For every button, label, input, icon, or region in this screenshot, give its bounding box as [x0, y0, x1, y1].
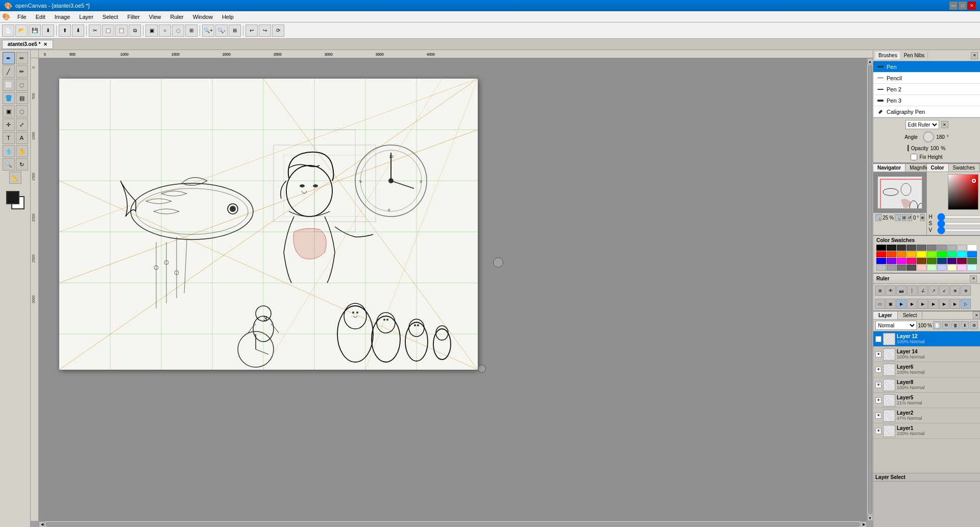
redo2-button[interactable]: ⟳ — [272, 25, 284, 37]
color-swatch-9[interactable] — [967, 245, 977, 251]
color-swatch-36[interactable] — [937, 265, 947, 271]
ruler-btn-r8[interactable]: ▶ — [950, 299, 960, 309]
layer-vis-4[interactable]: 👁 — [875, 397, 881, 403]
eraser-tool[interactable]: ⬜ — [3, 79, 15, 91]
export-button[interactable]: ⬇ — [72, 25, 84, 37]
hand-tool[interactable]: ✋ — [16, 145, 28, 157]
color-swatch-7[interactable] — [947, 245, 957, 251]
undo-button[interactable]: ↩ — [246, 25, 258, 37]
clone-button[interactable]: ⧉ — [129, 25, 141, 37]
save-as-button[interactable]: ⬇ — [42, 25, 54, 37]
ruler-btn-r7[interactable]: ▶ — [939, 299, 949, 309]
pen-nibs-tab[interactable]: Pen Nibs — [901, 52, 928, 59]
color-swatch-25[interactable] — [927, 258, 937, 264]
color-swatch-2[interactable] — [897, 245, 906, 251]
nav-rotate-btn[interactable]: ↺ — [908, 214, 912, 221]
layer-blend-mode-select[interactable]: Normal Multiply Screen Overlay — [875, 321, 917, 330]
v-slider[interactable] — [937, 229, 981, 232]
select-ellipse-btn[interactable]: ○ — [159, 25, 171, 37]
text2-tool[interactable]: A — [16, 132, 28, 144]
canvas-viewport[interactable]: 12 3 6 9 — [39, 58, 867, 521]
color-sv-picker[interactable] — [948, 174, 978, 210]
color-swatch-14[interactable] — [917, 251, 926, 257]
menu-select[interactable]: Select — [99, 13, 122, 21]
nav-reset-btn[interactable]: ⊕ — [920, 214, 925, 221]
angle-knob[interactable] — [923, 131, 934, 142]
s-slider[interactable] — [937, 222, 981, 225]
color-swatch-16[interactable] — [937, 251, 947, 257]
color-swatch-12[interactable] — [897, 251, 906, 257]
layer-settings-btn[interactable]: ⚙ — [970, 321, 978, 329]
layer-vis-1[interactable]: 👁 — [875, 351, 881, 357]
color-tab[interactable]: Color — [927, 164, 949, 172]
color-swatch-28[interactable] — [957, 258, 967, 264]
ruler-tool[interactable]: 📐 — [9, 172, 21, 184]
layer-vis-6[interactable]: 👁 — [875, 428, 881, 434]
ruler-btn-r3[interactable]: ▶ — [896, 299, 906, 309]
color-swatch-22[interactable] — [897, 258, 906, 264]
color-swatch-31[interactable] — [887, 265, 896, 271]
color-swatch-20[interactable] — [876, 258, 886, 264]
menu-ruler[interactable]: Ruler — [166, 13, 188, 21]
ruler-btn-angle1[interactable]: ↗ — [928, 285, 939, 296]
drawing-canvas[interactable]: 12 3 6 9 — [59, 79, 478, 370]
cut-button[interactable]: ✂ — [89, 25, 101, 37]
ruler-btn-angle2[interactable]: ↙ — [939, 285, 949, 296]
select-rect-tool[interactable]: ▣ — [3, 105, 15, 117]
blur-tool[interactable]: ◌ — [16, 79, 28, 91]
v-scrollbar[interactable]: ▲ ▼ — [867, 58, 873, 521]
v-scroll-thumb[interactable] — [868, 65, 872, 514]
h-slider[interactable] — [937, 215, 981, 219]
color-swatch-19[interactable] — [967, 251, 977, 257]
layer-item-4[interactable]: 👁 Layer5 21% Normal — [873, 393, 980, 408]
select-lasso-tool[interactable]: ◌ — [16, 105, 28, 117]
brush-pen2[interactable]: Pen 2 — [873, 84, 980, 95]
color-swatch-29[interactable] — [967, 258, 977, 264]
layer-item-0[interactable]: 👁 Layer 12 100% Normal — [873, 331, 980, 347]
pen-tool[interactable]: ✒ — [3, 52, 15, 64]
ruler-btn-r1[interactable]: ▭ — [875, 299, 885, 309]
fix-height-checkbox[interactable] — [911, 154, 917, 160]
menu-help[interactable]: Help — [218, 13, 238, 21]
color-swatch-1[interactable] — [887, 245, 896, 251]
color-swatch-13[interactable] — [906, 251, 916, 257]
scroll-right-button[interactable]: ▶ — [861, 521, 867, 528]
layer-item-5[interactable]: 👁 Layer2 47% Normal — [873, 408, 980, 423]
minimize-button[interactable]: — — [949, 2, 958, 10]
color-swatch-21[interactable] — [887, 258, 896, 264]
opacity-bar[interactable] — [908, 145, 909, 152]
layer-item-2[interactable]: 👁 Layer6 100% Normal — [873, 362, 980, 377]
text-tool[interactable]: T — [3, 132, 15, 144]
brushes-tab[interactable]: Brushes — [875, 52, 901, 59]
layer-tab[interactable]: Layer — [873, 312, 898, 319]
zoom-out-button[interactable]: 🔍- — [215, 25, 228, 37]
navigator-tab[interactable]: Navigator — [873, 164, 905, 172]
line-tool[interactable]: ╱ — [3, 65, 15, 78]
edit-ruler-close-btn[interactable]: ✕ — [941, 121, 948, 128]
color-swatch-10[interactable] — [876, 251, 886, 257]
menu-edit[interactable]: Edit — [32, 13, 50, 21]
color-swatch-11[interactable] — [887, 251, 896, 257]
brush-pen[interactable]: Pen — [873, 61, 980, 73]
layer-item-1[interactable]: 👁 Layer 14 100% Normal — [873, 347, 980, 362]
ruler-panel-close-btn[interactable]: ✕ — [970, 275, 977, 282]
scroll-up-button[interactable]: ▲ — [867, 58, 873, 64]
menu-image[interactable]: Image — [51, 13, 75, 21]
edit-ruler-select[interactable]: Edit Ruler — [905, 120, 939, 129]
layer-del-btn[interactable]: 🗑 — [951, 321, 960, 329]
layer-select-tab[interactable]: Select — [898, 312, 923, 319]
close-button[interactable]: ✕ — [968, 2, 976, 10]
zoom-in-button[interactable]: 🔍+ — [202, 25, 214, 37]
color-swatch-33[interactable] — [906, 265, 916, 271]
brush-caligraphy[interactable]: Caligraphy Pen — [873, 106, 980, 117]
layer-dup-btn[interactable]: ⧉ — [942, 321, 950, 329]
layer-vis-2[interactable]: 👁 — [875, 367, 881, 373]
color-swatch-23[interactable] — [906, 258, 916, 264]
h-scroll-thumb[interactable] — [46, 522, 860, 526]
ruler-btn-v2[interactable]: ∠ — [918, 285, 928, 296]
color-swatch-34[interactable] — [917, 265, 926, 271]
layer-item-3[interactable]: 👁 Layer8 100% Normal — [873, 377, 980, 393]
save-button[interactable]: 💾 — [29, 25, 41, 37]
layer-item-6[interactable]: 👁 Layer1 100% Normal — [873, 423, 980, 439]
zoom-tool[interactable]: 🔍 — [3, 158, 15, 171]
